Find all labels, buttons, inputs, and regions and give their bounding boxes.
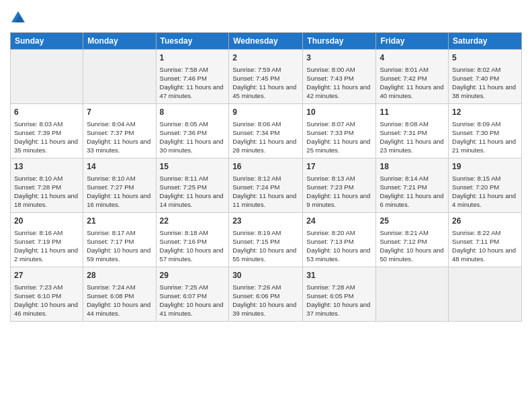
day-cell: 3Sunrise: 8:00 AMSunset: 7:43 PMDaylight…: [303, 49, 376, 103]
day-number: 18: [380, 161, 445, 173]
day-number: 16: [232, 161, 299, 173]
sunrise-text: Sunrise: 8:11 AM: [160, 174, 226, 183]
sunset-text: Sunset: 7:11 PM: [452, 237, 518, 246]
sunrise-text: Sunrise: 8:10 AM: [14, 174, 79, 183]
sunset-text: Sunset: 7:40 PM: [452, 74, 518, 83]
daylight-text: Daylight: 10 hours and 55 minutes.: [232, 246, 299, 264]
day-number: 24: [306, 216, 372, 227]
sunrise-text: Sunrise: 8:06 AM: [232, 120, 299, 128]
day-number: 6: [14, 107, 79, 118]
sunset-text: Sunset: 6:10 PM: [14, 291, 79, 300]
sunrise-text: Sunrise: 8:13 AM: [306, 174, 372, 183]
header-cell-saturday: Saturday: [449, 32, 522, 49]
day-number: 9: [232, 107, 299, 118]
day-number: 19: [452, 161, 518, 173]
header-cell-wednesday: Wednesday: [229, 32, 303, 49]
daylight-text: Daylight: 10 hours and 50 minutes.: [380, 246, 445, 264]
sunset-text: Sunset: 7:27 PM: [87, 183, 152, 191]
daylight-text: Daylight: 11 hours and 42 minutes.: [306, 83, 372, 101]
daylight-text: Daylight: 10 hours and 37 minutes.: [306, 300, 372, 318]
day-number: 12: [452, 107, 518, 118]
day-cell: 8Sunrise: 8:05 AMSunset: 7:36 PMDaylight…: [156, 103, 229, 158]
day-number: 7: [87, 107, 152, 118]
sunset-text: Sunset: 7:19 PM: [14, 237, 79, 246]
sunset-text: Sunset: 7:45 PM: [232, 74, 299, 83]
sunset-text: Sunset: 7:39 PM: [14, 128, 79, 137]
sunrise-text: Sunrise: 8:09 AM: [452, 120, 518, 128]
daylight-text: Daylight: 11 hours and 25 minutes.: [306, 137, 372, 155]
day-number: 28: [87, 270, 152, 281]
day-cell: 2Sunrise: 7:59 AMSunset: 7:45 PMDaylight…: [229, 49, 303, 103]
sunrise-text: Sunrise: 8:10 AM: [87, 174, 152, 183]
sunset-text: Sunset: 7:36 PM: [160, 128, 226, 137]
daylight-text: Daylight: 11 hours and 28 minutes.: [232, 137, 299, 155]
week-row-1: 1Sunrise: 7:58 AMSunset: 7:46 PMDaylight…: [11, 49, 522, 103]
sunrise-text: Sunrise: 8:16 AM: [14, 228, 79, 237]
sunrise-text: Sunrise: 7:58 AM: [160, 65, 226, 74]
day-cell: 30Sunrise: 7:26 AMSunset: 6:06 PMDayligh…: [229, 267, 303, 321]
day-number: 30: [232, 270, 299, 281]
sunrise-text: Sunrise: 7:26 AM: [232, 283, 299, 291]
day-cell: 31Sunrise: 7:28 AMSunset: 6:05 PMDayligh…: [303, 267, 376, 321]
day-cell: 14Sunrise: 8:10 AMSunset: 7:27 PMDayligh…: [83, 158, 156, 212]
sunrise-text: Sunrise: 8:07 AM: [306, 120, 372, 128]
sunset-text: Sunset: 7:28 PM: [14, 183, 79, 191]
day-cell: 25Sunrise: 8:21 AMSunset: 7:12 PMDayligh…: [376, 212, 449, 267]
daylight-text: Daylight: 10 hours and 39 minutes.: [232, 300, 299, 318]
sunrise-text: Sunrise: 8:17 AM: [87, 228, 152, 237]
sunset-text: Sunset: 6:08 PM: [87, 291, 152, 300]
day-number: 1: [160, 52, 226, 64]
sunset-text: Sunset: 7:42 PM: [380, 74, 445, 83]
day-cell: 12Sunrise: 8:09 AMSunset: 7:30 PMDayligh…: [449, 103, 522, 158]
sunrise-text: Sunrise: 7:23 AM: [14, 283, 79, 291]
daylight-text: Daylight: 11 hours and 21 minutes.: [452, 137, 518, 155]
daylight-text: Daylight: 11 hours and 14 minutes.: [160, 191, 226, 210]
sunrise-text: Sunrise: 8:14 AM: [380, 174, 445, 183]
day-cell: 6Sunrise: 8:03 AMSunset: 7:39 PMDaylight…: [11, 103, 83, 158]
day-cell: 1Sunrise: 7:58 AMSunset: 7:46 PMDaylight…: [156, 49, 229, 103]
sunset-text: Sunset: 6:06 PM: [232, 291, 299, 300]
day-cell: 23Sunrise: 8:19 AMSunset: 7:15 PMDayligh…: [229, 212, 303, 267]
sunset-text: Sunset: 7:20 PM: [452, 183, 518, 191]
day-cell: 11Sunrise: 8:08 AMSunset: 7:31 PMDayligh…: [376, 103, 449, 158]
day-cell: 10Sunrise: 8:07 AMSunset: 7:33 PMDayligh…: [303, 103, 376, 158]
sunset-text: Sunset: 6:07 PM: [160, 291, 226, 300]
page-container: SundayMondayTuesdayWednesdayThursdayFrid…: [0, 0, 532, 328]
sunrise-text: Sunrise: 7:25 AM: [160, 283, 226, 291]
daylight-text: Daylight: 11 hours and 11 minutes.: [232, 191, 299, 210]
sunset-text: Sunset: 7:46 PM: [160, 74, 226, 83]
calendar-table: SundayMondayTuesdayWednesdayThursdayFrid…: [10, 32, 522, 322]
sunset-text: Sunset: 7:33 PM: [306, 128, 372, 137]
sunset-text: Sunset: 7:21 PM: [380, 183, 445, 191]
daylight-text: Daylight: 10 hours and 59 minutes.: [87, 246, 152, 264]
header-cell-monday: Monday: [83, 32, 156, 49]
sunrise-text: Sunrise: 8:15 AM: [452, 174, 518, 183]
daylight-text: Daylight: 11 hours and 40 minutes.: [380, 83, 445, 101]
sunset-text: Sunset: 7:25 PM: [160, 183, 226, 191]
sunrise-text: Sunrise: 8:00 AM: [306, 65, 372, 74]
sunset-text: Sunset: 7:15 PM: [232, 237, 299, 246]
logo-text: [10, 10, 25, 27]
header-cell-friday: Friday: [376, 32, 449, 49]
day-cell: 24Sunrise: 8:20 AMSunset: 7:13 PMDayligh…: [303, 212, 376, 267]
sunset-text: Sunset: 7:43 PM: [306, 74, 372, 83]
week-row-5: 27Sunrise: 7:23 AMSunset: 6:10 PMDayligh…: [11, 267, 522, 321]
daylight-text: Daylight: 10 hours and 57 minutes.: [160, 246, 226, 264]
sunrise-text: Sunrise: 8:05 AM: [160, 120, 226, 128]
sunset-text: Sunset: 7:17 PM: [87, 237, 152, 246]
sunrise-text: Sunrise: 7:28 AM: [306, 283, 372, 291]
sunset-text: Sunset: 7:23 PM: [306, 183, 372, 191]
day-cell: 18Sunrise: 8:14 AMSunset: 7:21 PMDayligh…: [376, 158, 449, 212]
daylight-text: Daylight: 11 hours and 6 minutes.: [380, 191, 445, 210]
day-number: 15: [160, 161, 226, 173]
daylight-text: Daylight: 11 hours and 2 minutes.: [14, 246, 79, 264]
day-number: 13: [14, 161, 79, 173]
daylight-text: Daylight: 10 hours and 53 minutes.: [306, 246, 372, 264]
day-cell: 16Sunrise: 8:12 AMSunset: 7:24 PMDayligh…: [229, 158, 303, 212]
daylight-text: Daylight: 10 hours and 44 minutes.: [87, 300, 152, 318]
daylight-text: Daylight: 11 hours and 16 minutes.: [87, 191, 152, 210]
week-row-2: 6Sunrise: 8:03 AMSunset: 7:39 PMDaylight…: [11, 103, 522, 158]
sunrise-text: Sunrise: 8:01 AM: [380, 65, 445, 74]
day-number: 3: [306, 52, 372, 64]
day-cell: 27Sunrise: 7:23 AMSunset: 6:10 PMDayligh…: [11, 267, 83, 321]
